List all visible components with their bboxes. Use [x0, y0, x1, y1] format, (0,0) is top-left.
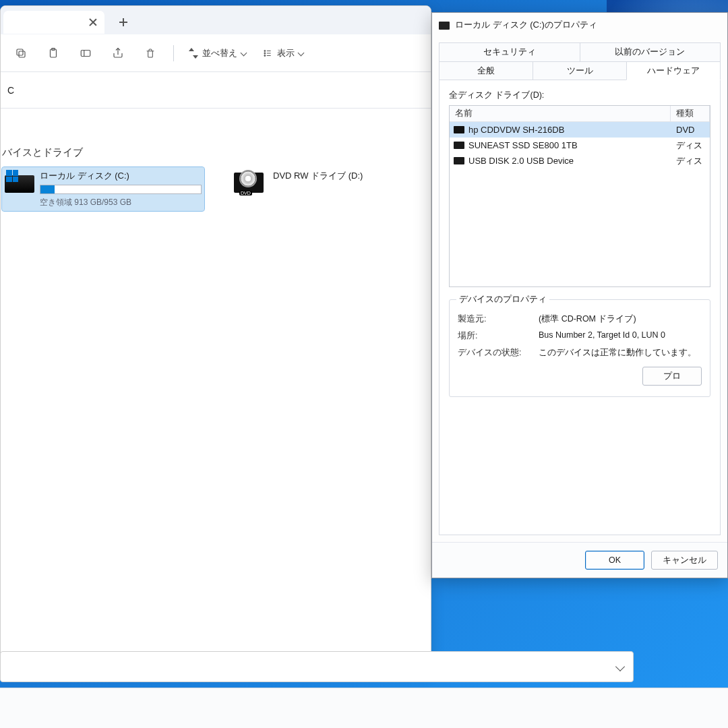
drive-type: ディス: [676, 155, 706, 167]
new-tab-button[interactable]: [113, 11, 134, 33]
drive-type: ディス: [676, 140, 706, 152]
disk-icon: [454, 142, 464, 149]
devices-drives-header[interactable]: バイスとドライブ: [2, 146, 429, 159]
location-value: Bus Number 2, Target Id 0, LUN 0: [539, 330, 702, 342]
disk-icon: [454, 157, 464, 164]
plus-icon: [119, 18, 127, 26]
sort-button[interactable]: 並べ替え: [183, 41, 251, 65]
separator: [173, 45, 174, 61]
local-disk-c[interactable]: ローカル ディスク (C:) 空き領域 913 GB/953 GB: [2, 167, 204, 211]
disk-icon: [5, 170, 33, 197]
sort-icon: [189, 48, 198, 59]
svg-point-6: [264, 53, 266, 54]
list-item[interactable]: hp CDDVDW SH-216DBDVD: [450, 122, 710, 138]
view-label: 表示: [277, 47, 295, 59]
disk-icon: [439, 22, 450, 30]
status-value: このデバイスは正常に動作しています。: [539, 347, 702, 359]
chevron-down-icon: [298, 50, 305, 57]
col-name[interactable]: 名前: [450, 106, 671, 121]
address-text: C: [7, 85, 14, 96]
hardware-tab-panel: 全ディスク ドライブ(D): 名前 種類 hp CDDVDW SH-216DBD…: [439, 80, 721, 535]
drive-name: DVD RW ドライブ (D:): [273, 170, 427, 182]
drive-type: DVD: [676, 125, 706, 135]
chevron-down-icon: [241, 50, 247, 57]
list-item[interactable]: USB DISK 2.0 USB Deviceディス: [450, 153, 710, 169]
paste-button[interactable]: [40, 40, 67, 67]
view-button[interactable]: 表示: [257, 41, 309, 65]
device-properties-legend: デバイスのプロパティ: [456, 294, 549, 305]
close-icon[interactable]: [88, 18, 98, 27]
tab-bar: [1, 6, 431, 34]
cancel-button[interactable]: キャンセル: [651, 551, 718, 570]
drive-name: SUNEAST SSD SE800 1TB: [468, 140, 672, 150]
svg-point-5: [264, 50, 266, 51]
drive-name: hp CDDVDW SH-216DB: [468, 125, 672, 135]
drive-name: USB DISK 2.0 USB Device: [468, 156, 672, 166]
drive-name: ローカル ディスク (C:): [40, 170, 202, 182]
dvd-badge: DVD: [239, 191, 252, 195]
svg-rect-1: [17, 49, 23, 55]
address-bar[interactable]: C: [1, 72, 431, 109]
content-area: バイスとドライブ ローカル ディスク (C:) 空き領域 913 GB/953 …: [1, 109, 431, 672]
delete-button[interactable]: [137, 40, 164, 67]
tab-previous-versions[interactable]: 以前のバージョン: [580, 42, 721, 61]
disk-properties-dialog: ローカル ディスク (C:)のプロパティ セキュリティ 以前のバージョン 全般 …: [431, 12, 728, 578]
capacity-bar: [40, 185, 202, 194]
all-drives-label: 全ディスク ドライブ(D):: [449, 90, 710, 101]
bottom-bar: [0, 688, 728, 728]
svg-rect-4: [81, 50, 90, 56]
dialog-button-row: OK キャンセル: [432, 542, 727, 578]
list-header[interactable]: 名前 種類: [450, 106, 710, 122]
location-label: 場所:: [458, 330, 539, 342]
tab-tools[interactable]: ツール: [533, 61, 627, 80]
window-tab[interactable]: [3, 11, 104, 34]
manufacturer-value: (標準 CD-ROM ドライブ): [539, 313, 702, 325]
drives-list[interactable]: 名前 種類 hp CDDVDW SH-216DBDVDSUNEAST SSD S…: [449, 105, 710, 287]
svg-rect-0: [19, 51, 25, 57]
copy-button[interactable]: [7, 40, 34, 67]
tab-strip: セキュリティ 以前のバージョン 全般 ツール ハードウェア: [432, 37, 727, 80]
toolbar: 並べ替え 表示: [1, 34, 431, 72]
view-icon: [262, 49, 273, 58]
tab-security[interactable]: セキュリティ: [439, 42, 580, 61]
device-properties-button[interactable]: プロ: [642, 367, 702, 386]
drive-free-space: 空き領域 913 GB/953 GB: [40, 197, 202, 208]
drives-row: ローカル ディスク (C:) 空き領域 913 GB/953 GB DVD DV…: [2, 167, 429, 211]
col-type[interactable]: 種類: [671, 106, 710, 121]
share-button[interactable]: [104, 40, 131, 67]
manufacturer-label: 製造元:: [458, 313, 539, 325]
ok-button[interactable]: OK: [585, 551, 644, 570]
rename-button[interactable]: [72, 40, 99, 67]
dvd-icon: DVD: [234, 170, 266, 197]
dvd-icon: [454, 126, 464, 133]
chevron-down-icon: [615, 662, 625, 671]
tab-hardware[interactable]: ハードウェア: [626, 61, 721, 80]
svg-point-7: [264, 55, 266, 56]
status-label: デバイスの状態:: [458, 347, 539, 359]
file-explorer-window: 並べ替え 表示 C バイスとドライブ ローカル ディスク (C:) 空き領域 9…: [0, 5, 431, 673]
bottom-dropdown-field[interactable]: [0, 651, 634, 682]
list-item[interactable]: SUNEAST SSD SE800 1TBディス: [450, 138, 710, 153]
device-properties-group: デバイスのプロパティ 製造元:(標準 CD-ROM ドライブ) 場所:Bus N…: [449, 299, 710, 397]
tab-general[interactable]: 全般: [439, 61, 533, 80]
dialog-title: ローカル ディスク (C:)のプロパティ: [455, 19, 597, 31]
sort-label: 並べ替え: [202, 47, 237, 59]
dialog-titlebar[interactable]: ローカル ディスク (C:)のプロパティ: [432, 13, 727, 37]
dvd-drive-d[interactable]: DVD DVD RW ドライブ (D:): [231, 167, 429, 200]
